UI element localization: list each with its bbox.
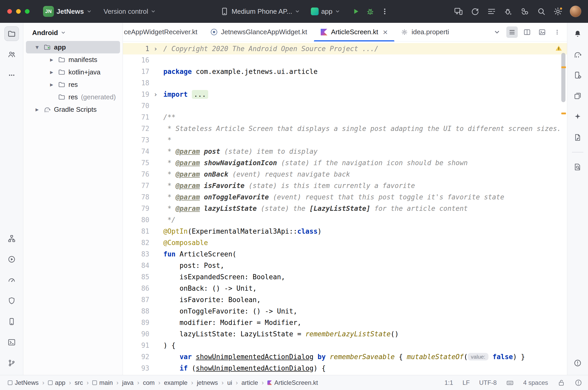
code-line[interactable]: 84 post: Post,	[123, 260, 567, 271]
code-line[interactable]: 74 * @param post (state) item to display	[123, 146, 567, 157]
breadcrumb-item[interactable]: ArticleScreen.kt	[267, 379, 318, 386]
breadcrumb-item[interactable]: src	[75, 379, 83, 386]
warning-stripe-mark[interactable]	[561, 66, 566, 68]
fold-arrow-icon[interactable]	[149, 43, 162, 54]
run-button[interactable]	[351, 7, 360, 16]
breadcrumb-item[interactable]: java	[122, 379, 134, 386]
keyboard-widget[interactable]	[506, 379, 514, 387]
tab-list-button[interactable]	[491, 26, 503, 38]
close-window-button[interactable]	[7, 9, 12, 14]
editor-scrollbar[interactable]	[561, 53, 565, 208]
device-mirroring-button[interactable]	[454, 7, 463, 16]
code-line[interactable]: 87 isFavorite: Boolean,	[123, 294, 567, 305]
code-line[interactable]: 77 * @param isFavorite (state) is this i…	[123, 180, 567, 191]
caret-position-widget[interactable]: 1:1	[445, 379, 453, 386]
code-line[interactable]: 93 if (showUnimplementedActionDialog) {	[123, 363, 567, 374]
code-line[interactable]: 89 modifier: Modifier = Modifier,	[123, 317, 567, 328]
project-tool-button[interactable]	[4, 26, 19, 41]
read-only-toggle[interactable]	[557, 379, 565, 387]
inspections-warning-widget[interactable]	[555, 45, 562, 52]
search-everywhere-button[interactable]	[537, 7, 546, 16]
editor-list-view-button[interactable]	[506, 26, 518, 38]
profiler-tool-button[interactable]	[4, 273, 19, 287]
code-line[interactable]: 92 var showUnimplementedActionDialog by …	[123, 351, 567, 363]
fold-arrow-icon[interactable]	[149, 89, 162, 100]
tab-glance-app-widget-receiver[interactable]: ceAppWidgetReceiver.kt	[123, 23, 204, 41]
commit-tool-button[interactable]	[4, 47, 19, 62]
device-manager-button[interactable]	[570, 68, 585, 82]
code-line[interactable]: 73 *	[123, 134, 567, 146]
terminal-tool-button[interactable]	[4, 335, 19, 350]
tab-idea-properties[interactable]: idea.properti	[394, 23, 456, 41]
code-line[interactable]: 78 * @param onToggleFavorite (event) req…	[123, 191, 567, 203]
gradle-sync-button[interactable]	[470, 7, 480, 16]
more-tool-windows-button[interactable]	[4, 68, 19, 82]
breadcrumb-item[interactable]: ui	[227, 379, 232, 386]
running-devices-button[interactable]	[570, 89, 585, 103]
ide-error-indicator[interactable]	[575, 379, 582, 387]
scrollbar-thumb[interactable]	[561, 53, 565, 102]
indent-widget[interactable]: 4 spaces	[523, 379, 548, 386]
code-line[interactable]: 75 * @param showNavigationIcon (state) i…	[123, 157, 567, 169]
close-tab-icon[interactable]	[383, 28, 388, 36]
code-line[interactable]: 81@OptIn(ExperimentalMaterial3Api::class…	[123, 226, 567, 237]
code-line[interactable]: 91) {	[123, 340, 567, 351]
line-separator-widget[interactable]: LF	[463, 379, 470, 386]
profiler-button[interactable]	[487, 7, 496, 16]
warning-stripe-mark[interactable]	[561, 113, 566, 114]
code-line[interactable]: 79 * @param lazyListState (state) the [L…	[123, 203, 567, 214]
gradle-button[interactable]	[570, 47, 585, 62]
device-selector[interactable]: Medium Phone AP...	[220, 7, 300, 16]
settings-button[interactable]	[553, 7, 563, 16]
breadcrumb-item[interactable]: jetnews	[197, 379, 218, 386]
code-line[interactable]: 80 */	[123, 214, 567, 226]
editor-options-button[interactable]	[551, 26, 563, 38]
tree-item-app[interactable]: app	[26, 41, 120, 53]
code-line[interactable]: 86 onBack: () -> Unit,	[123, 283, 567, 294]
code-line[interactable]: 16	[123, 54, 567, 66]
code-line[interactable]: 90 lazyListState: LazyListState = rememb…	[123, 328, 567, 340]
tree-item-res-generated[interactable]: res (generated)	[26, 91, 120, 103]
run-tool-button[interactable]	[4, 252, 19, 267]
code-line[interactable]: 18	[123, 77, 567, 89]
code-line[interactable]: 72 * Stateless Article Screen that displ…	[123, 123, 567, 134]
running-devices-tool-button[interactable]	[4, 314, 19, 329]
app-quality-insights-button[interactable]	[503, 7, 513, 16]
find-in-file-button[interactable]	[570, 160, 585, 174]
breadcrumb-item[interactable]: app	[48, 379, 65, 386]
code-line[interactable]: 17package com.example.jetnews.ui.article	[123, 66, 567, 77]
breadcrumb-item[interactable]: JetNews	[8, 379, 39, 386]
preview-image-button[interactable]	[536, 26, 548, 38]
code-line[interactable]: 71/**	[123, 112, 567, 123]
code-line[interactable]: 85 isExpandedScreen: Boolean,	[123, 271, 567, 283]
gemini-panel-button[interactable]	[570, 109, 585, 124]
user-avatar[interactable]	[570, 6, 581, 17]
more-actions-button[interactable]	[380, 7, 389, 16]
tree-item-res[interactable]: res	[26, 78, 120, 91]
expand-collapse-icon[interactable]	[34, 106, 40, 113]
code-line[interactable]: 83fun ArticleScreen(	[123, 248, 567, 260]
breadcrumb-item[interactable]: article	[241, 379, 258, 386]
code-line[interactable]: 70	[123, 100, 567, 112]
run-config-selector[interactable]: app	[311, 8, 340, 16]
breadcrumb-item[interactable]: main	[92, 379, 113, 386]
notifications-button[interactable]	[570, 26, 585, 41]
expand-collapse-icon[interactable]	[48, 56, 55, 63]
minimize-window-button[interactable]	[16, 9, 21, 14]
app-inspection-tool-button[interactable]	[4, 294, 19, 308]
code-line[interactable]: 88 onToggleFavorite: () -> Unit,	[123, 305, 567, 317]
gemini-button[interactable]	[520, 7, 529, 16]
expand-collapse-icon[interactable]	[48, 68, 55, 76]
code-editor[interactable]: 1/ Copyright 2020 The Android Open Sourc…	[123, 41, 567, 375]
tree-item-kotlin-java[interactable]: kotlin+java	[26, 66, 120, 78]
tree-item-manifests[interactable]: manifests	[26, 53, 120, 66]
code-line[interactable]: 19import ...	[123, 89, 567, 100]
problems-button[interactable]	[570, 356, 585, 370]
breadcrumb-item[interactable]: example	[164, 379, 187, 386]
fullscreen-window-button[interactable]	[25, 9, 30, 14]
tab-article-screen[interactable]: ArticleScreen.kt	[314, 23, 395, 41]
tab-jetnews-glance-app-widget[interactable]: JetnewsGlanceAppWidget.kt	[204, 23, 314, 41]
expand-collapse-icon[interactable]	[34, 44, 40, 51]
split-editor-button[interactable]	[521, 26, 533, 38]
code-line[interactable]: 82@Composable	[123, 237, 567, 248]
